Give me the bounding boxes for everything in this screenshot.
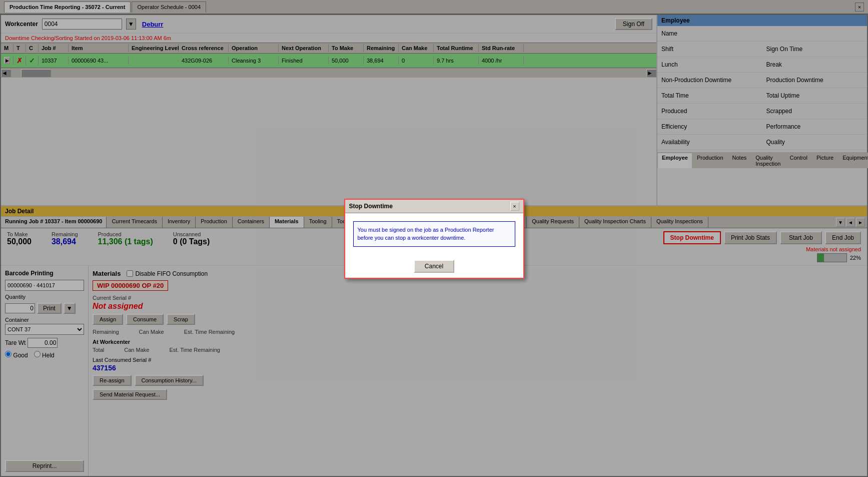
modal-footer: Cancel [345, 255, 523, 278]
stop-downtime-modal: Stop Downtime × You must be signed on th… [344, 199, 524, 279]
modal-overlay: Stop Downtime × You must be signed on th… [0, 0, 868, 477]
modal-title-bar: Stop Downtime × [345, 200, 523, 213]
modal-message: You must be signed on the job as a Produ… [353, 221, 515, 247]
modal-title: Stop Downtime [349, 203, 393, 210]
modal-body: You must be signed on the job as a Produ… [345, 213, 523, 255]
modal-close-button[interactable]: × [510, 202, 519, 211]
modal-cancel-button[interactable]: Cancel [414, 260, 454, 273]
